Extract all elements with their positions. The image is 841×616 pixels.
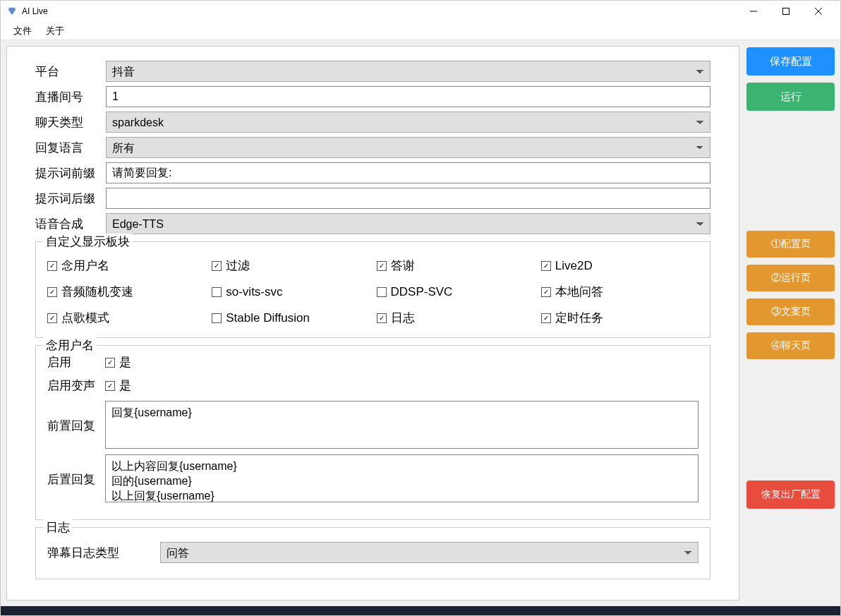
platform-select[interactable]: 抖音 — [106, 61, 710, 82]
custom-checkbox[interactable]: ✓ — [47, 261, 57, 271]
app-icon — [6, 6, 18, 17]
reply-lang-select[interactable]: 所有 — [106, 137, 710, 158]
taskbar — [1, 606, 840, 615]
room-id-label: 直播间号 — [35, 89, 106, 105]
main-scroll-area[interactable]: 平台 抖音 直播间号 聊天类型 sparkdesk 回复语言 所有 提示词前缀 — [6, 46, 739, 600]
custom-checkbox[interactable]: ✓ — [47, 287, 57, 297]
custom-checkbox-row: ✓答谢 — [377, 258, 534, 274]
prompt-prefix-input[interactable] — [106, 162, 710, 183]
post-reply-textarea[interactable] — [105, 454, 698, 502]
enable-voice-cb-text: 是 — [119, 378, 131, 394]
chat-type-label: 聊天类型 — [35, 114, 106, 131]
custom-checkbox-row: ✓本地问答 — [541, 284, 698, 300]
run-button[interactable]: 运行 — [746, 83, 835, 111]
nav-config-button[interactable]: ①配置页 — [746, 231, 835, 258]
right-panel: 保存配置 运行 ①配置页 ②运行页 ③文案页 ④聊天页 恢复出厂配置 — [746, 46, 835, 600]
menubar: 文件 关于 — [1, 22, 840, 40]
custom-checkbox-label: 点歌模式 — [61, 310, 109, 326]
enable-checkbox[interactable]: ✓ — [105, 358, 115, 368]
custom-display-legend: 自定义显示板块 — [43, 234, 133, 250]
custom-checkbox[interactable]: ✓ — [47, 313, 57, 323]
custom-checkbox-row: so-vits-svc — [212, 284, 369, 300]
titlebar: AI Live — [1, 1, 840, 22]
post-reply-label: 后置回复 — [47, 454, 105, 488]
custom-checkbox-row: ✓Live2D — [541, 258, 698, 274]
custom-checkbox[interactable]: ✓ — [541, 313, 551, 323]
custom-checkbox-row: ✓音频随机变速 — [47, 284, 205, 300]
window-title: AI Live — [22, 6, 737, 16]
custom-checkbox[interactable] — [212, 313, 222, 323]
custom-checkbox-row: ✓念用户名 — [47, 258, 205, 274]
save-config-button[interactable]: 保存配置 — [746, 47, 835, 76]
minimize-button[interactable] — [737, 1, 770, 22]
log-type-select[interactable]: 问答 — [160, 542, 698, 563]
custom-checkbox-row: DDSP-SVC — [377, 284, 534, 300]
custom-checkbox-label: DDSP-SVC — [391, 285, 453, 299]
svg-rect-1 — [783, 8, 789, 15]
custom-checkbox-label: Stable Diffusion — [226, 311, 310, 325]
close-button[interactable] — [802, 1, 835, 22]
custom-checkbox[interactable]: ✓ — [377, 313, 387, 323]
custom-checkbox-label: 日志 — [391, 310, 415, 326]
custom-checkbox-label: 念用户名 — [61, 258, 109, 274]
custom-checkbox[interactable]: ✓ — [377, 261, 387, 271]
menu-about[interactable]: 关于 — [39, 23, 71, 40]
nav-script-button[interactable]: ③文案页 — [746, 298, 835, 325]
nav-run-button[interactable]: ②运行页 — [746, 265, 835, 291]
custom-checkbox-label: 音频随机变速 — [61, 284, 133, 300]
custom-checkbox-label: Live2D — [555, 259, 593, 273]
chat-type-select[interactable]: sparkdesk — [106, 111, 710, 133]
custom-checkbox-row: ✓日志 — [377, 310, 534, 326]
log-legend: 日志 — [43, 519, 73, 536]
custom-checkbox-row: ✓点歌模式 — [47, 310, 205, 326]
prompt-prefix-label: 提示词前缀 — [35, 165, 106, 181]
room-id-input[interactable] — [106, 86, 710, 107]
pre-reply-textarea[interactable] — [105, 401, 698, 449]
custom-checkbox[interactable] — [377, 287, 387, 297]
log-type-label: 弹幕日志类型 — [47, 545, 160, 561]
prompt-suffix-label: 提示词后缀 — [35, 191, 106, 207]
custom-checkbox-row: Stable Diffusion — [212, 310, 369, 326]
custom-checkbox[interactable] — [212, 287, 222, 297]
pre-reply-label: 前置回复 — [47, 401, 105, 434]
tts-label: 语音合成 — [35, 216, 106, 232]
reply-lang-label: 回复语言 — [35, 140, 106, 156]
log-fieldset: 日志 弹幕日志类型 问答 — [35, 527, 710, 579]
custom-checkbox[interactable]: ✓ — [541, 261, 551, 271]
username-fieldset: 念用户名 启用 ✓ 是 启用变声 ✓ 是 前置回复 — [35, 345, 710, 520]
factory-reset-button[interactable]: 恢复出厂配置 — [746, 481, 835, 509]
prompt-suffix-input[interactable] — [106, 188, 710, 209]
menu-file[interactable]: 文件 — [6, 23, 39, 40]
enable-voice-checkbox[interactable]: ✓ — [105, 381, 115, 391]
custom-checkbox[interactable]: ✓ — [212, 261, 222, 271]
custom-checkbox-label: 定时任务 — [555, 310, 603, 326]
maximize-button[interactable] — [770, 1, 802, 22]
custom-checkbox-label: 本地问答 — [555, 284, 603, 300]
custom-checkbox-label: 答谢 — [391, 258, 415, 274]
custom-checkbox-label: so-vits-svc — [226, 285, 282, 299]
nav-chat-button[interactable]: ④聊天页 — [746, 332, 835, 359]
custom-checkbox-row: ✓定时任务 — [541, 310, 698, 326]
enable-voice-label: 启用变声 — [47, 378, 105, 394]
enable-label: 启用 — [47, 354, 105, 370]
enable-cb-text: 是 — [119, 354, 131, 370]
tts-select[interactable]: Edge-TTS — [106, 213, 710, 234]
custom-checkbox-row: ✓过滤 — [212, 258, 369, 274]
username-legend: 念用户名 — [43, 337, 97, 354]
custom-checkbox-label: 过滤 — [226, 258, 250, 274]
custom-checkbox[interactable]: ✓ — [541, 287, 551, 297]
platform-label: 平台 — [35, 64, 106, 80]
custom-display-fieldset: 自定义显示板块 ✓念用户名✓过滤✓答谢✓Live2D✓音频随机变速so-vits… — [35, 241, 710, 338]
